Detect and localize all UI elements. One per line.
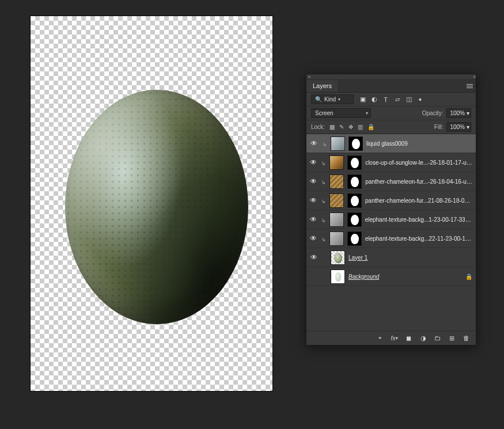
filter-kind-select[interactable]: 🔍 Kind ▾ bbox=[311, 94, 354, 104]
panel-handle[interactable]: « » bbox=[306, 74, 476, 80]
lock-all-icon[interactable]: 🔒 bbox=[367, 124, 374, 130]
layer-row-panther1[interactable]: 👁↳panther-chameleon-fur...-26-18-04-16-u… bbox=[306, 172, 476, 191]
lock-transparency-icon[interactable]: ▩ bbox=[329, 124, 335, 130]
layer-mask-thumbnail[interactable] bbox=[348, 136, 363, 151]
artwork-texture bbox=[65, 90, 248, 324]
layer-name-label[interactable]: Background bbox=[348, 274, 462, 280]
filter-smart-icon[interactable]: ◫ bbox=[406, 96, 412, 102]
panel-menu-button[interactable] bbox=[463, 80, 476, 92]
lock-position-icon[interactable]: ✥ bbox=[348, 124, 353, 130]
panel-empty-area[interactable] bbox=[306, 286, 476, 331]
collapse-icon[interactable]: « bbox=[308, 74, 309, 79]
layer-name-label[interactable]: panther-chameleon-fur...-26-18-04-16-utc… bbox=[365, 179, 472, 185]
chevron-down-icon: ▾ bbox=[467, 110, 469, 116]
layer-thumbnail[interactable] bbox=[331, 136, 345, 151]
document-canvas[interactable] bbox=[31, 16, 272, 391]
lock-artboard-icon[interactable]: ▥ bbox=[358, 124, 363, 130]
lock-label: Lock: bbox=[311, 124, 325, 130]
link-layers-icon[interactable]: ⚭ bbox=[376, 335, 384, 341]
new-layer-icon[interactable]: ⊞ bbox=[448, 335, 456, 342]
fill-input[interactable]: 100% ▾ bbox=[446, 122, 471, 132]
opacity-input[interactable]: 100% ▾ bbox=[446, 108, 471, 118]
filter-shape-icon[interactable]: ▱ bbox=[394, 96, 400, 102]
blend-mode-select[interactable]: Screen ▾ bbox=[311, 108, 371, 118]
blend-row: Screen ▾ Opacity: 100% ▾ bbox=[306, 107, 476, 120]
layer-mask-thumbnail[interactable] bbox=[347, 193, 362, 208]
layer-name-label[interactable]: elephant-texture-backg...1-23-00-17-33-u… bbox=[365, 217, 472, 223]
opacity-label: Opacity: bbox=[422, 110, 444, 116]
delete-layer-icon[interactable]: 🗑 bbox=[463, 335, 470, 341]
filter-dot-icon[interactable]: • bbox=[417, 96, 423, 102]
new-adjustment-icon[interactable]: ◑ bbox=[419, 335, 427, 342]
opacity-value: 100% bbox=[450, 110, 465, 116]
clip-indicator-icon: ↳ bbox=[321, 199, 326, 204]
lock-row: Lock: ▩ ✎ ✥ ▥ 🔒 Fill: 100% ▾ bbox=[306, 120, 476, 134]
layer-mask-thumbnail[interactable] bbox=[347, 212, 362, 227]
fx-icon[interactable]: fx▾ bbox=[391, 335, 398, 341]
filter-adjust-icon[interactable]: ◐ bbox=[371, 96, 377, 102]
chevron-down-icon: ▾ bbox=[467, 124, 469, 130]
layer-row-panther2[interactable]: 👁↳panther-chameleon-fur...21-08-26-18-04… bbox=[306, 191, 476, 210]
visibility-toggle[interactable]: 👁 bbox=[309, 138, 319, 149]
layer-thumbnail[interactable] bbox=[329, 212, 344, 227]
visibility-toggle[interactable]: 👁 bbox=[309, 157, 318, 168]
panel-footer: ⚭ fx▾ ◼ ◑ 🗀 ⊞ 🗑 bbox=[306, 331, 476, 345]
visibility-toggle[interactable] bbox=[309, 271, 319, 282]
layer-mask-thumbnail[interactable] bbox=[347, 174, 362, 189]
visibility-toggle[interactable]: 👁 bbox=[309, 233, 318, 244]
layer-row-sunglow[interactable]: 👁↳close-up-of-sunglow-le...-26-18-01-17-… bbox=[306, 153, 476, 172]
layer-row-eleph2[interactable]: 👁↳elephant-texture-backg...22-11-23-00-1… bbox=[306, 229, 476, 248]
layer-filter-row: 🔍 Kind ▾ ▣ ◐ T ▱ ◫ • bbox=[306, 93, 476, 107]
blend-mode-value: Screen bbox=[315, 110, 334, 116]
layer-mask-thumbnail[interactable] bbox=[347, 231, 362, 246]
visibility-toggle[interactable]: 👁 bbox=[309, 214, 318, 225]
expand-icon[interactable]: » bbox=[473, 74, 474, 79]
layer-row-liquid[interactable]: 👁↳liquid glass0009 bbox=[306, 134, 476, 153]
layers-list: 👁↳liquid glass0009👁↳close-up-of-sunglow-… bbox=[306, 134, 476, 286]
layer-thumbnail[interactable] bbox=[329, 174, 344, 189]
chevron-down-icon: ▾ bbox=[366, 111, 368, 116]
clip-indicator-icon: ↳ bbox=[321, 161, 326, 166]
new-group-icon[interactable]: 🗀 bbox=[434, 335, 441, 341]
filter-kind-label: Kind bbox=[324, 96, 336, 102]
panel-tabs: Layers bbox=[306, 80, 476, 93]
filter-type-icon[interactable]: T bbox=[382, 96, 389, 102]
layer-name-label[interactable]: elephant-texture-backg...22-11-23-00-17-… bbox=[365, 236, 472, 242]
lock-pixels-icon[interactable]: ✎ bbox=[339, 124, 344, 130]
filter-pixel-icon[interactable]: ▣ bbox=[359, 96, 366, 102]
layer-name-label[interactable]: Layer 1 bbox=[348, 255, 472, 261]
layer-name-label[interactable]: close-up-of-sunglow-le...-26-18-01-17-ut… bbox=[365, 160, 472, 166]
layer-mask-thumbnail[interactable] bbox=[347, 155, 362, 170]
lock-icon: 🔒 bbox=[465, 274, 472, 280]
layer-thumbnail[interactable] bbox=[331, 250, 345, 265]
clip-indicator-icon: ↳ bbox=[323, 142, 327, 147]
layer-thumbnail[interactable] bbox=[329, 231, 344, 246]
layer-row-eleph1[interactable]: 👁↳elephant-texture-backg...1-23-00-17-33… bbox=[306, 210, 476, 229]
clip-indicator-icon: ↳ bbox=[321, 218, 326, 223]
layer-name-label[interactable]: liquid glass0009 bbox=[366, 141, 472, 147]
layer-row-layer1[interactable]: 👁Layer 1 bbox=[306, 248, 476, 267]
layer-row-bg[interactable]: Background🔒 bbox=[306, 267, 476, 286]
clip-indicator-icon: ↳ bbox=[321, 237, 326, 242]
chevron-down-icon: ▾ bbox=[338, 97, 340, 102]
artwork-egg bbox=[65, 90, 248, 324]
fill-label: Fill: bbox=[434, 124, 444, 130]
layer-name-label[interactable]: panther-chameleon-fur...21-08-26-18-04-1… bbox=[365, 198, 472, 204]
layer-thumbnail[interactable] bbox=[329, 155, 344, 170]
search-icon: 🔍 bbox=[315, 96, 322, 102]
visibility-toggle[interactable]: 👁 bbox=[309, 176, 318, 187]
hamburger-icon bbox=[467, 86, 473, 86]
fill-value: 100% bbox=[450, 124, 465, 130]
layer-thumbnail[interactable] bbox=[331, 269, 345, 284]
layers-panel: « » Layers 🔍 Kind ▾ ▣ ◐ T ▱ ◫ • Screen ▾… bbox=[306, 74, 476, 346]
visibility-toggle[interactable]: 👁 bbox=[309, 252, 319, 263]
tab-layers[interactable]: Layers bbox=[306, 80, 339, 92]
clip-indicator-icon: ↳ bbox=[321, 180, 326, 185]
add-mask-icon[interactable]: ◼ bbox=[405, 335, 412, 342]
visibility-toggle[interactable]: 👁 bbox=[309, 195, 318, 206]
layer-thumbnail[interactable] bbox=[329, 193, 344, 208]
